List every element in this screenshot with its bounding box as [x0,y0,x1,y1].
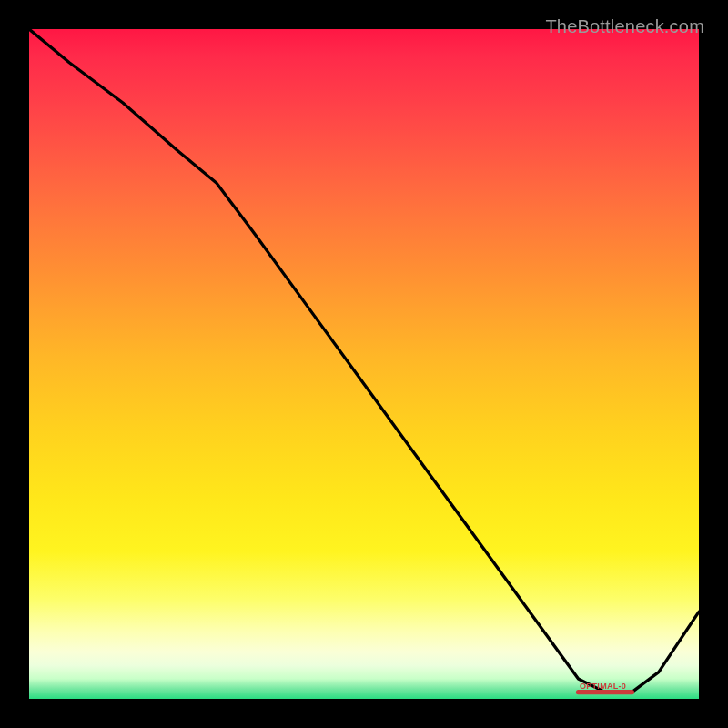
optimal-label: OPTIMAL-0 [580,682,626,691]
chart-frame: TheBottleneck.com OPTIMAL-0 [15,15,713,713]
chart-line-svg [29,29,699,699]
chart-plot-area: TheBottleneck.com OPTIMAL-0 [29,29,699,699]
chart-series-curve [29,29,699,693]
